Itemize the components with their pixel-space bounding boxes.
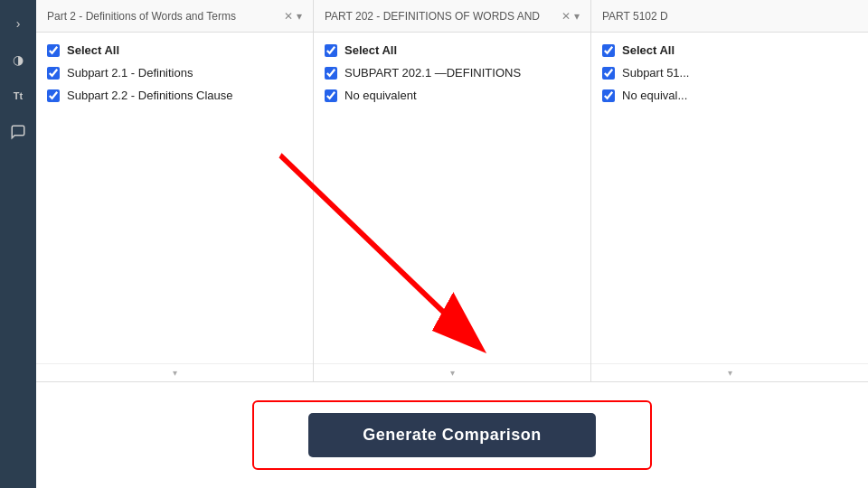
close-icon[interactable]: ✕: [284, 10, 293, 23]
column-3: PART 5102 D Select All Subpart 51...: [591, 0, 868, 381]
columns-wrapper: Part 2 - Definitions of Words and Terms …: [36, 0, 868, 382]
select-all-checkbox-2[interactable]: [325, 44, 337, 57]
no-equivalent-checkbox-2[interactable]: [325, 89, 337, 102]
bottom-area: Generate Comparison: [36, 382, 868, 488]
select-all-item-3[interactable]: Select All: [602, 43, 857, 57]
column-2-content: Select All SUBPART 202.1 —DEFINITIONS No…: [314, 33, 590, 363]
select-all-checkbox-1[interactable]: [47, 44, 60, 57]
subpart-202-item[interactable]: SUBPART 202.1 —DEFINITIONS: [325, 66, 580, 80]
no-equivalent-label-2: No equivalent: [344, 89, 417, 102]
contrast-icon[interactable]: ◑: [4, 45, 33, 74]
no-equivalent-checkbox-3[interactable]: [602, 89, 615, 102]
column-2-tab: PART 202 - DEFINITIONS OF WORDS AND ✕ ▾: [314, 0, 590, 33]
column-2: PART 202 - DEFINITIONS OF WORDS AND ✕ ▾ …: [314, 0, 591, 381]
subpart-202-label: SUBPART 202.1 —DEFINITIONS: [344, 66, 521, 80]
column-3-tab-title: PART 5102 D: [602, 10, 857, 23]
select-all-label-2: Select All: [344, 43, 397, 57]
subpart-21-label: Subpart 2.1 - Definitions: [67, 66, 193, 80]
chevron-down-icon-2[interactable]: ▾: [574, 10, 580, 23]
subpart-51-item[interactable]: Subpart 51...: [602, 66, 857, 80]
column-1-tab-title: Part 2 - Definitions of Words and Terms: [47, 10, 284, 23]
column-1-content: Select All Subpart 2.1 - Definitions Sub…: [36, 33, 313, 363]
select-all-checkbox-3[interactable]: [602, 44, 615, 57]
subpart-22-label: Subpart 2.2 - Definitions Clause: [67, 89, 233, 102]
chevron-down-icon[interactable]: ▾: [297, 10, 302, 23]
subpart-22-item[interactable]: Subpart 2.2 - Definitions Clause: [47, 89, 302, 102]
select-all-label-1: Select All: [67, 43, 119, 57]
no-equivalent-item-2[interactable]: No equivalent: [325, 89, 580, 102]
scroll-down-indicator-2: ▾: [450, 368, 455, 378]
column-2-close[interactable]: ✕ ▾: [561, 10, 580, 23]
select-all-item-1[interactable]: Select All: [47, 43, 302, 57]
select-all-item-2[interactable]: Select All: [325, 43, 580, 57]
column-2-footer: ▾: [314, 363, 590, 381]
sidebar: › ◑ Tt: [0, 0, 36, 488]
column-1-footer: ▾: [36, 363, 313, 381]
text-size-icon[interactable]: Tt: [4, 81, 33, 110]
subpart-21-checkbox[interactable]: [47, 67, 60, 80]
close-icon-2[interactable]: ✕: [561, 10, 571, 23]
scroll-down-indicator-3: ▾: [728, 368, 732, 378]
column-3-tab: PART 5102 D: [591, 0, 868, 33]
scroll-down-indicator-1: ▾: [173, 368, 177, 378]
column-3-content: Select All Subpart 51... No equival...: [591, 33, 868, 363]
subpart-21-item[interactable]: Subpart 2.1 - Definitions: [47, 66, 302, 80]
column-1: Part 2 - Definitions of Words and Terms …: [36, 0, 314, 381]
chevron-right-icon[interactable]: ›: [4, 9, 33, 38]
columns-area: Part 2 - Definitions of Words and Terms …: [36, 0, 868, 382]
subpart-51-label: Subpart 51...: [622, 66, 689, 80]
column-3-footer: ▾: [591, 363, 868, 381]
no-equivalent-item-3[interactable]: No equival...: [602, 89, 857, 102]
subpart-51-checkbox[interactable]: [602, 67, 615, 80]
generate-comparison-button[interactable]: Generate Comparison: [308, 413, 596, 457]
column-2-tab-title: PART 202 - DEFINITIONS OF WORDS AND: [325, 10, 561, 23]
subpart-202-checkbox[interactable]: [325, 67, 337, 80]
chat-icon[interactable]: [4, 117, 33, 146]
main-content: Part 2 - Definitions of Words and Terms …: [36, 0, 868, 488]
subpart-22-checkbox[interactable]: [47, 89, 60, 102]
no-equivalent-label-3: No equival...: [622, 89, 687, 102]
button-highlight-box: Generate Comparison: [252, 400, 652, 470]
select-all-label-3: Select All: [622, 43, 675, 57]
column-1-tab: Part 2 - Definitions of Words and Terms …: [36, 0, 313, 33]
column-1-close[interactable]: ✕ ▾: [284, 10, 302, 23]
